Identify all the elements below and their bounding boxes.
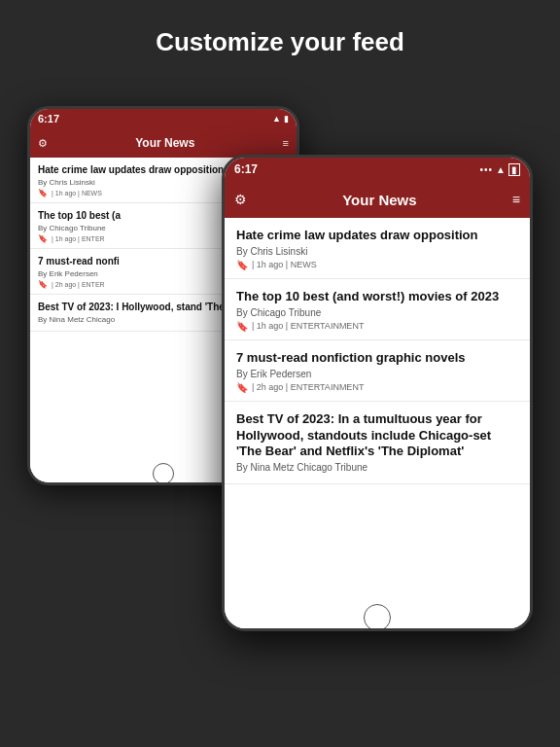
status-icons-front: ••• ▲ ▮	[480, 163, 520, 176]
news-item-front-1[interactable]: Hate crime law updates draw opposition B…	[225, 218, 530, 279]
bookmark-front-1[interactable]: 🔖	[236, 260, 248, 270]
time-tag-back-3: | 2h ago | ENTER	[52, 281, 105, 288]
status-icons-back: ▲ ▮	[272, 114, 289, 124]
headline-front-4: Best TV of 2023: In a tumultuous year fo…	[236, 411, 518, 461]
meta-front-1: 🔖 | 1h ago | NEWS	[236, 260, 518, 270]
bookmark-front-3[interactable]: 🔖	[236, 382, 248, 393]
header-bar-back: ⚙ Your News ≡	[30, 128, 297, 158]
filter-icon-front[interactable]: ≡	[512, 192, 520, 207]
time-tag-back-2: | 1h ago | ENTER	[52, 235, 105, 242]
time-tag-front-3: | 2h ago | ENTERTAINMENT	[252, 382, 364, 392]
byline-front-2: By Chicago Tribune	[236, 307, 518, 318]
header-bar-front: ⚙ Your News ≡	[225, 181, 530, 218]
page-title: Customize your feed	[156, 27, 404, 57]
battery-icon-back: ▮	[284, 114, 289, 124]
home-button-front[interactable]	[364, 604, 391, 631]
time-tag-front-2: | 1h ago | ENTERTAINMENT	[252, 321, 364, 331]
wifi-icon-front: ▲	[496, 164, 506, 175]
headline-front-1: Hate crime law updates draw opposition	[236, 228, 518, 244]
battery-icon-front: ▮	[508, 163, 520, 176]
home-button-back[interactable]	[153, 463, 174, 484]
news-item-front-4[interactable]: Best TV of 2023: In a tumultuous year fo…	[225, 402, 530, 485]
status-bar-back: 6:17 ▲ ▮	[30, 109, 297, 128]
settings-icon-front[interactable]: ⚙	[234, 192, 247, 207]
tablet-front-screen: 6:17 ••• ▲ ▮ ⚙ Your News ≡ Hate crime la…	[225, 158, 530, 628]
signal-icon-front: •••	[480, 164, 494, 175]
bookmark-back-1[interactable]: 🔖	[38, 189, 48, 197]
byline-front-4: By Nina Metz Chicago Tribune	[236, 462, 518, 473]
time-tag-front-1: | 1h ago | NEWS	[252, 260, 317, 269]
byline-front-1: By Chris Lisinski	[236, 246, 518, 257]
bookmark-back-3[interactable]: 🔖	[38, 280, 48, 289]
filter-icon-back[interactable]: ≡	[283, 137, 289, 149]
bookmark-front-2[interactable]: 🔖	[236, 321, 248, 332]
headline-front-2: The top 10 best (and worst!) movies of 2…	[236, 289, 518, 305]
news-item-front-3[interactable]: 7 must-read nonfiction graphic novels By…	[225, 340, 530, 402]
home-indicator-front	[225, 607, 530, 628]
news-content-front: Hate crime law updates draw opposition B…	[225, 218, 530, 607]
tablets-container: 6:17 ▲ ▮ ⚙ Your News ≡ Hate crime law up…	[27, 77, 533, 680]
wifi-icon-back: ▲	[272, 114, 281, 124]
bookmark-back-2[interactable]: 🔖	[38, 234, 48, 243]
status-time-front: 6:17	[234, 162, 258, 176]
status-time-back: 6:17	[38, 113, 59, 124]
header-title-front: Your News	[342, 192, 416, 208]
status-bar-front: 6:17 ••• ▲ ▮	[225, 158, 530, 181]
meta-front-2: 🔖 | 1h ago | ENTERTAINMENT	[236, 321, 518, 332]
header-title-back: Your News	[135, 136, 194, 150]
news-item-front-2[interactable]: The top 10 best (and worst!) movies of 2…	[225, 279, 530, 340]
settings-icon-back[interactable]: ⚙	[38, 137, 48, 150]
byline-front-3: By Erik Pedersen	[236, 369, 518, 379]
time-tag-back-1: | 1h ago | NEWS	[52, 190, 102, 196]
meta-front-3: 🔖 | 2h ago | ENTERTAINMENT	[236, 382, 518, 393]
tablet-front: 6:17 ••• ▲ ▮ ⚙ Your News ≡ Hate crime la…	[222, 155, 533, 631]
headline-front-3: 7 must-read nonfiction graphic novels	[236, 350, 518, 367]
